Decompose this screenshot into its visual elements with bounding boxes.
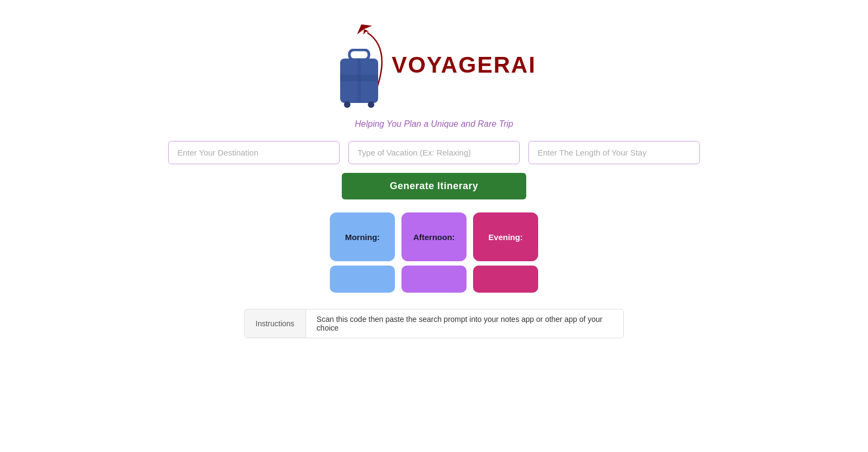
length-of-stay-input[interactable] xyxy=(528,141,700,164)
generate-itinerary-button[interactable]: Generate Itinerary xyxy=(342,173,526,199)
time-cards-top-row: Morning: Afternoon: Evening: xyxy=(330,212,538,261)
svg-marker-0 xyxy=(354,22,372,34)
svg-rect-4 xyxy=(349,50,369,60)
svg-rect-7 xyxy=(358,59,361,103)
afternoon-card: Afternoon: xyxy=(401,212,467,261)
vacation-type-input[interactable] xyxy=(348,141,520,164)
afternoon-sub-card xyxy=(401,266,467,293)
page-container: VOYAGERAI Helping You Plan a Unique and … xyxy=(0,0,868,338)
morning-card: Morning: xyxy=(330,212,395,261)
logo-brand-name: VOYAGERAI xyxy=(392,52,536,78)
instructions-tab[interactable]: Instructions xyxy=(245,309,306,338)
instructions-section: Instructions Scan this code then paste t… xyxy=(244,309,624,338)
logo-icon-wrapper xyxy=(332,22,386,108)
evening-sub-card xyxy=(473,266,538,293)
evening-card: Evening: xyxy=(473,212,538,261)
svg-point-9 xyxy=(368,101,374,108)
logo-section: VOYAGERAI xyxy=(332,22,536,108)
input-row xyxy=(168,141,700,164)
luggage-icon xyxy=(337,49,381,108)
instructions-text: Scan this code then paste the search pro… xyxy=(306,309,623,338)
tagline: Helping You Plan a Unique and Rare Trip xyxy=(355,119,513,129)
time-cards-bottom-row xyxy=(330,266,538,293)
morning-sub-card xyxy=(330,266,395,293)
svg-point-8 xyxy=(344,101,350,108)
time-of-day-section: Morning: Afternoon: Evening: xyxy=(330,212,538,293)
destination-input[interactable] xyxy=(168,141,340,164)
